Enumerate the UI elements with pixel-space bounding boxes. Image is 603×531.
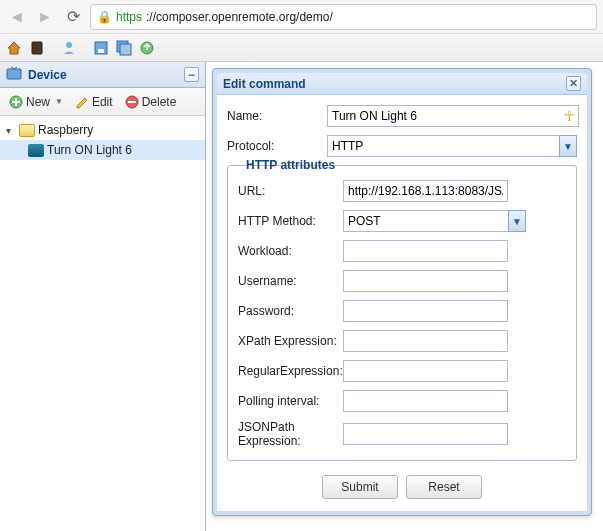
name-label: Name: (227, 109, 327, 123)
reload-button[interactable]: ⟳ (62, 6, 84, 28)
url-input[interactable] (343, 180, 508, 202)
method-label: HTTP Method: (238, 214, 343, 228)
password-input[interactable] (343, 300, 508, 322)
address-bar[interactable]: 🔒 https://composer.openremote.org/demo/ (90, 4, 597, 30)
method-dropdown-button[interactable]: ▼ (508, 210, 526, 232)
dialog-header[interactable]: Edit command ✕ (217, 73, 587, 95)
delete-label: Delete (142, 95, 177, 109)
new-label: New (26, 95, 50, 109)
name-input[interactable] (327, 105, 579, 127)
tree-root-label: Raspberry (38, 123, 93, 137)
lock-icon: 🔒 (97, 10, 112, 24)
jsonpath-input[interactable] (343, 423, 508, 445)
xpath-input[interactable] (343, 330, 508, 352)
collapse-button[interactable]: − (184, 67, 199, 82)
tree-item-label: Turn ON Light 6 (47, 143, 132, 157)
svg-rect-3 (98, 49, 104, 53)
protocol-dropdown-button[interactable]: ▼ (559, 135, 577, 157)
submit-button[interactable]: Submit (322, 475, 398, 499)
device-panel-header: Device − (0, 62, 205, 88)
xpath-label: XPath Expression: (238, 334, 343, 348)
forward-button[interactable]: ► (34, 6, 56, 28)
chevron-down-icon: ▼ (55, 97, 63, 106)
jsonpath-label: JSONPath Expression: (238, 420, 343, 448)
tree-item-command[interactable]: Turn ON Light 6 (0, 140, 205, 160)
device-panel-title: Device (28, 68, 67, 82)
dialog-title: Edit command (223, 77, 306, 91)
main-area: Device − New ▼ Edit Delete ▾ Raspberry (0, 62, 603, 531)
book-icon[interactable] (27, 38, 47, 58)
dialog-buttons: Submit Reset (217, 465, 587, 511)
workload-input[interactable] (343, 240, 508, 262)
svg-rect-0 (32, 42, 42, 54)
workload-label: Workload: (238, 244, 343, 258)
folder-icon (19, 124, 35, 137)
user-icon[interactable] (59, 38, 79, 58)
edit-label: Edit (92, 95, 113, 109)
username-label: Username: (238, 274, 343, 288)
browser-chrome: ◄ ► ⟳ 🔒 https://composer.openremote.org/… (0, 0, 603, 34)
delete-button[interactable]: Delete (120, 93, 182, 111)
device-panel: Device − New ▼ Edit Delete ▾ Raspberry (0, 62, 206, 531)
device-tree: ▾ Raspberry Turn ON Light 6 (0, 116, 205, 164)
save-icon[interactable] (91, 38, 111, 58)
url-scheme: https (116, 10, 142, 24)
new-button[interactable]: New ▼ (4, 93, 68, 111)
method-select[interactable] (343, 210, 508, 232)
polling-input[interactable] (343, 390, 508, 412)
edit-command-dialog: Edit command ✕ Name: ☥ Protocol: ▼ (212, 68, 592, 516)
tree-root-raspberry[interactable]: ▾ Raspberry (0, 120, 205, 140)
regex-input[interactable] (343, 360, 508, 382)
close-button[interactable]: ✕ (566, 76, 581, 91)
http-attributes-fieldset: HTTP attributes URL: HTTP Method: ▼ (227, 165, 577, 461)
protocol-select[interactable] (327, 135, 559, 157)
url-rest: ://composer.openremote.org/demo/ (146, 10, 333, 24)
command-icon (28, 144, 44, 157)
reset-button[interactable]: Reset (406, 475, 482, 499)
center-area: Edit command ✕ Name: ☥ Protocol: ▼ (206, 62, 603, 531)
svg-rect-7 (7, 69, 21, 79)
edit-button[interactable]: Edit (70, 93, 118, 111)
minus-icon (125, 95, 139, 109)
username-input[interactable] (343, 270, 508, 292)
pencil-icon (75, 95, 89, 109)
regex-label: RegularExpression: (238, 364, 343, 378)
tv-icon (6, 66, 22, 83)
tree-expander-icon[interactable]: ▾ (6, 125, 16, 136)
svg-point-1 (66, 42, 72, 48)
protocol-label: Protocol: (227, 139, 327, 153)
url-label: URL: (238, 184, 343, 198)
polling-label: Polling interval: (238, 394, 343, 408)
back-button[interactable]: ◄ (6, 6, 28, 28)
svg-rect-5 (120, 44, 131, 55)
dialog-body: Name: ☥ Protocol: ▼ HTTP attributes U (217, 95, 587, 465)
export-icon[interactable] (137, 38, 157, 58)
app-toolbar (0, 34, 603, 62)
device-toolbar: New ▼ Edit Delete (0, 88, 205, 116)
password-label: Password: (238, 304, 343, 318)
save-all-icon[interactable] (114, 38, 134, 58)
plus-icon (9, 95, 23, 109)
home-icon[interactable] (4, 38, 24, 58)
